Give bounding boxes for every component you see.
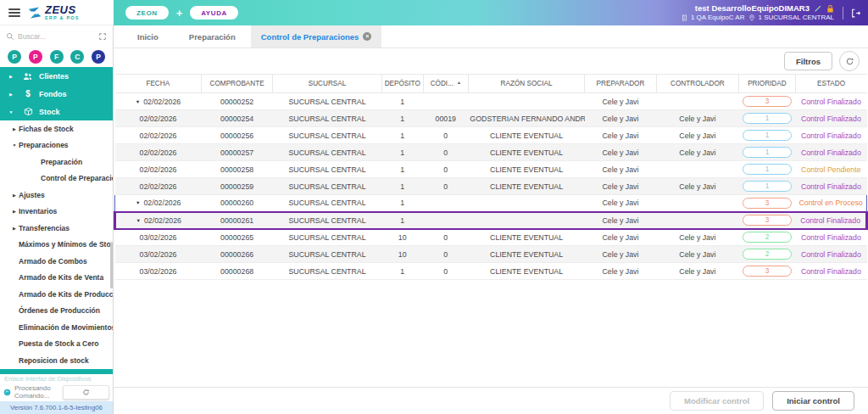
column-header-comprobante[interactable]: COMPROBANTE [202, 75, 273, 93]
sidebar-item-fondos[interactable]: ▶$Fondos [0, 85, 113, 103]
cell-controlador [656, 195, 739, 212]
cell-deposito: 10 [381, 229, 423, 246]
user-info-block: test DesarrolloEquipoDIMAR3 [682, 3, 834, 22]
menu-toggle-icon[interactable] [8, 8, 20, 17]
cell-sucursal: SUCURSAL CENTRAL [273, 127, 382, 144]
sidebar-item-label: Fondos [39, 90, 67, 98]
sidebar-item-puesta-de-stock-a-cero[interactable]: Puesta de Stock a Cero [0, 336, 113, 353]
ayuda-button[interactable]: AYUDA [190, 6, 238, 20]
cell-prioridad: 2 [739, 229, 796, 246]
cell-sucursal: SUCURSAL CENTRAL [273, 144, 382, 161]
lock-icon[interactable] [826, 4, 834, 14]
tab-inicio[interactable]: Inicio [122, 25, 174, 48]
tab-preparacion[interactable]: Preparación [174, 25, 251, 48]
cell-codigo: 0 [423, 144, 468, 161]
sidebar-item-armado-de-kits-de-venta[interactable]: Armado de Kits de Venta [0, 270, 113, 287]
sidebar-item-label: Armado de Combos [19, 257, 87, 266]
modificar-control-button[interactable]: Modificar control [670, 391, 764, 411]
table-row-00000256[interactable]: 02/02/202600000256SUCURSAL CENTRAL10CLIE… [115, 127, 867, 144]
expand-row-icon[interactable]: ▼ [136, 200, 140, 205]
column-header-sucursal[interactable]: SUCURSAL [273, 75, 382, 93]
column-header-deposito[interactable]: DEPÓSITO [381, 75, 423, 93]
sidebar-item-armado-de-kits-de-produccion[interactable]: Armado de Kits de Producción [0, 286, 113, 303]
table-row-00000257[interactable]: 02/02/202600000257SUCURSAL CENTRAL10CLIE… [115, 144, 867, 161]
cell-controlador: Cele y Javi [656, 229, 739, 246]
table-row-00000266[interactable]: 03/02/202600000266SUCURSAL CENTRAL100CLI… [115, 246, 867, 263]
table-row-00000259[interactable]: 02/02/202600000259SUCURSAL CENTRAL10CLIE… [115, 178, 867, 195]
add-module-button[interactable]: + [176, 8, 183, 19]
table-row-00000252[interactable]: ▼02/02/202600000252SUCURSAL CENTRAL1Cele… [115, 93, 867, 110]
expand-row-icon[interactable]: ▼ [136, 218, 141, 223]
table-row-00000260[interactable]: ▼02/02/202600000260SUCURSAL CENTRAL1Cele… [115, 195, 867, 212]
favorite-shortcut-f-2[interactable]: F [50, 50, 64, 64]
column-header-razon-social[interactable]: RAZÓN SOCIAL [468, 75, 584, 93]
command-refresh-button[interactable] [63, 385, 109, 400]
search-input[interactable] [18, 32, 95, 41]
cell-fecha: ▼02/02/2026 [115, 212, 202, 229]
sidebar-item-control-de-preparaciones[interactable]: Control de Preparaciones [0, 171, 113, 187]
cell-razon-social: CLIENTE EVENTUAL [468, 178, 584, 195]
cell-controlador [656, 93, 739, 110]
sidebar-item-transferencias[interactable]: ▶Transferencias [0, 220, 113, 237]
sidebar-item-eliminacion-de-movimientos[interactable]: Eliminación de Movimientos [0, 319, 113, 336]
table-row-00000254[interactable]: 02/02/202600000254SUCURSAL CENTRAL100019… [115, 110, 867, 127]
sidebar-item-clientes[interactable]: ▶Clientes [0, 67, 113, 85]
chevron-down-icon: ▼ [7, 109, 15, 115]
status-label: Control Finalizado [801, 267, 861, 276]
cell-controlador: Cele y Javi [656, 110, 739, 127]
fecha-value: 02/02/2026 [139, 165, 176, 174]
table-toolbar: Filtros [114, 48, 868, 74]
cell-codigo: 0 [423, 178, 468, 195]
edit-pencil-icon[interactable] [814, 4, 822, 13]
logout-button[interactable] [850, 8, 861, 19]
iniciar-control-button[interactable]: Iniciar control [772, 391, 854, 411]
cell-comprobante: 00000260 [202, 195, 273, 212]
cell-estado: Control Finalizado [795, 246, 866, 263]
cell-sucursal: SUCURSAL CENTRAL [273, 195, 382, 212]
expand-row-icon[interactable]: ▼ [136, 99, 140, 104]
refresh-button[interactable] [839, 51, 860, 71]
cell-comprobante: 00000258 [202, 161, 273, 178]
tab-bar: InicioPreparaciónControl de Preparacione… [114, 25, 868, 48]
priority-badge: 1 [743, 181, 792, 192]
column-header-preparador[interactable]: PREPARADOR [585, 75, 656, 93]
cell-razon-social: CLIENTE EVENTUAL [468, 246, 584, 263]
sidebar-item-ajustes[interactable]: ▶Ajustes [0, 187, 113, 204]
close-tab-icon[interactable]: × [363, 32, 371, 41]
column-header-fecha[interactable]: FECHA [115, 75, 202, 93]
sidebar-item-preparaciones[interactable]: ▼Preparaciones [0, 137, 113, 154]
sidebar-item-stock[interactable]: ▼Stock [0, 103, 113, 120]
sidebar-item-reposicion-de-stock[interactable]: Reposicion de stock [0, 352, 113, 369]
expand-icon[interactable] [98, 32, 107, 41]
column-header-controlador[interactable]: CONTROLADOR [656, 75, 739, 93]
table-row-00000261[interactable]: ▼02/02/202600000261SUCURSAL CENTRAL1Cele… [115, 212, 867, 229]
fecha-value: 03/02/2026 [139, 267, 176, 276]
favorite-shortcut-c-3[interactable]: C [70, 50, 84, 64]
sidebar-item-inventarios[interactable]: ▶Inventarios [0, 204, 113, 221]
sidebar-item-maximos-y-minimos-de-stock[interactable]: Máximos y Mínimos de Stock [0, 237, 113, 254]
sidebar-item-label: Ajustes [19, 191, 45, 199]
sidebar-item-ordenes-de-produccion[interactable]: Órdenes de Producción [0, 303, 113, 320]
sidebar-item-armado-de-combos[interactable]: Armado de Combos [0, 253, 113, 270]
version-label: Versión 7.6.700.1-6-5-testing06 [0, 401, 113, 414]
filters-button[interactable]: Filtros [784, 52, 832, 70]
cell-controlador [656, 212, 739, 229]
column-header-prioridad[interactable]: PRIORIDAD [739, 75, 796, 93]
sidebar-scrollbar[interactable] [110, 242, 113, 288]
zeus-logo-icon [27, 6, 42, 20]
column-header-estado[interactable]: ESTADO [795, 75, 866, 93]
sidebar-item-fichas-de-stock[interactable]: ▶Fichas de Stock [0, 120, 113, 137]
favorite-shortcut-p-0[interactable]: P [8, 50, 21, 64]
sidebar-search-row [0, 25, 113, 47]
table-row-00000268[interactable]: 03/02/202600000268SUCURSAL CENTRAL10CLIE… [115, 263, 867, 280]
cell-razon-social [468, 93, 584, 110]
table-row-00000258[interactable]: 02/02/202600000258SUCURSAL CENTRAL10CLIE… [115, 161, 867, 178]
tab-control-de-preparaciones[interactable]: Control de Preparaciones× [251, 25, 382, 48]
favorite-shortcut-p-1[interactable]: P [29, 50, 42, 64]
sidebar-item-preparacion[interactable]: Preparación [0, 154, 113, 171]
cell-controlador: Cele y Javi [656, 144, 739, 161]
favorite-shortcut-p-4[interactable]: P [92, 50, 105, 64]
column-header-codi[interactable]: CÓDI...▲ [423, 75, 468, 93]
zeon-button[interactable]: ZEON [125, 6, 169, 20]
table-row-00000265[interactable]: 03/02/202600000265SUCURSAL CENTRAL100CLI… [115, 229, 867, 246]
